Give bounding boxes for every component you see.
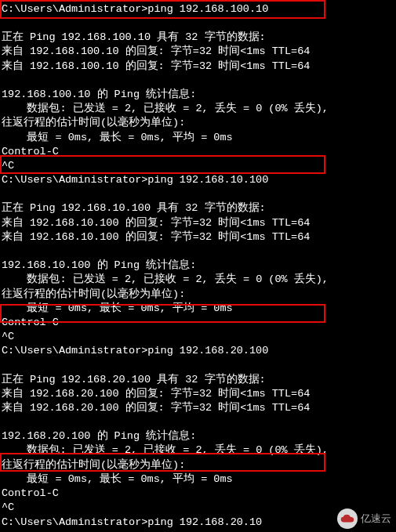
ping-header: 正在 Ping 192.168.20.100 具有 32 字节的数据: [2,373,394,387]
ping-reply: 来自 192.168.100.10 的回复: 字节=32 时间<1ms TTL=… [2,60,394,74]
ping-rt-values: 最短 = 0ms, 最长 = 0ms, 平均 = 0ms [2,302,394,316]
blank-line [2,187,394,201]
ping-stats-title: 192.168.20.100 的 Ping 统计信息: [2,429,394,443]
cmd-prompt-1: C:\Users\Administrator>ping 192.168.100.… [2,2,394,16]
ping-header: 正在 Ping 192.168.10.100 具有 32 字节的数据: [2,201,394,215]
cmd-prompt-3: C:\Users\Administrator>ping 192.168.20.1… [2,344,394,358]
control-c: Control-C [2,145,394,159]
ping-reply: 来自 192.168.10.100 的回复: 字节=32 时间<1ms TTL=… [2,216,394,230]
cmd-prompt-4: C:\Users\Administrator>ping 192.168.20.1… [2,516,394,530]
ping-reply: 来自 192.168.100.10 的回复: 字节=32 时间<1ms TTL=… [2,45,394,59]
ping-rt-title: 往返行程的估计时间(以毫秒为单位): [2,288,394,302]
ping-rt-values: 最短 = 0ms, 最长 = 0ms, 平均 = 0ms [2,472,394,487]
ping-rt-title: 往返行程的估计时间(以毫秒为单位): [2,458,394,472]
ping-reply: 来自 192.168.20.100 的回复: 字节=32 时间<1ms TTL=… [2,387,394,401]
control-c: Control-C [2,487,394,501]
cmd-prompt-2: C:\Users\Administrator>ping 192.168.10.1… [2,173,394,187]
control-c: Control-C [2,316,394,330]
ping-stats-title: 192.168.10.100 的 Ping 统计信息: [2,259,394,273]
ping-stats-packets: 数据包: 已发送 = 2, 已接收 = 2, 丢失 = 0 (0% 丢失), [2,273,394,287]
ping-stats-packets: 数据包: 已发送 = 2, 已接收 = 2, 丢失 = 0 (0% 丢失), [2,443,394,458]
caret-c: ^C [2,159,394,173]
ping-reply: 来自 192.168.10.100 的回复: 字节=32 时间<1ms TTL=… [2,230,394,244]
ping-stats-title: 192.168.100.10 的 Ping 统计信息: [2,88,394,102]
ping-stats-packets: 数据包: 已发送 = 2, 已接收 = 2, 丢失 = 0 (0% 丢失), [2,102,394,116]
ping-reply: 来自 192.168.20.100 的回复: 字节=32 时间<1ms TTL=… [2,401,394,415]
caret-c: ^C [2,330,394,344]
blank-line [2,16,394,31]
ping-rt-values: 最短 = 0ms, 最长 = 0ms, 平均 = 0ms [2,131,394,145]
blank-line [2,74,394,88]
blank-line [2,415,394,429]
caret-c: ^C [2,501,394,515]
ping-rt-title: 往返行程的估计时间(以毫秒为单位): [2,116,394,130]
ping-header: 正在 Ping 192.168.100.10 具有 32 字节的数据: [2,31,394,45]
blank-line [2,359,394,373]
blank-line [2,244,394,259]
